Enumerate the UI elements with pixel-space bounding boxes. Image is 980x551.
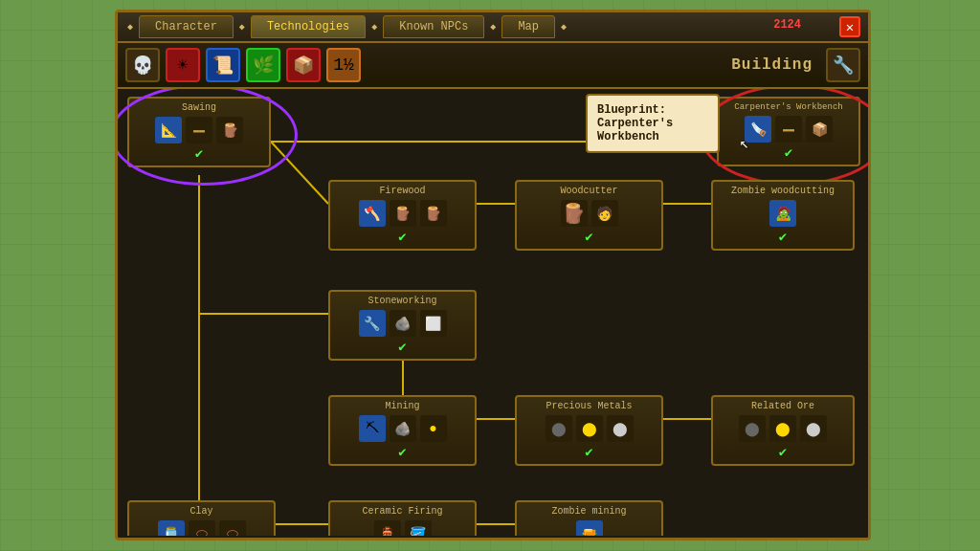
sawing-blueprint-icon: 📐 (155, 117, 182, 143)
zombie-woodcutting-title: Zombie woodcutting (719, 186, 847, 196)
tech-node-mining[interactable]: Mining ⛏ 🪨 ● ✔ (328, 395, 477, 466)
cursor-icon: ↖ (740, 134, 749, 153)
precious-metals-title: Precious Metals (523, 401, 656, 411)
ceramic-firing-cauldron-icon: 🪣 (405, 520, 432, 536)
precious-metals-dark-icon: ⬤ (546, 415, 572, 442)
scroll-icon-btn[interactable]: 📜 (206, 48, 240, 82)
tab-map[interactable]: Map (501, 15, 555, 38)
mining-title: Mining (336, 401, 469, 411)
num-badge: 2124 (773, 18, 801, 32)
tech-node-precious-metals[interactable]: Precious Metals ⬤ ⬤ ⬤ ✔ (515, 395, 663, 466)
firewood-log2-icon: 🪵 (420, 200, 447, 227)
tech-node-related-ore[interactable]: Related Ore ⬤ ⬤ ⬤ ✔ (711, 395, 855, 466)
leaf-icon-btn[interactable]: 🌿 (246, 48, 280, 82)
mining-icons: ⛏ 🪨 ● (336, 415, 469, 442)
main-window: ◆ Character ◆ Technologies ◆ Known NPCs … (115, 10, 871, 540)
clay-bowl2-icon: ⬭ (219, 520, 246, 536)
mining-pick-icon: ⛏ (359, 415, 386, 442)
stoneworking-title: Stoneworking (336, 296, 469, 306)
woodcutter-icons: 🪵 🧑 (523, 200, 656, 227)
box-icon-btn[interactable]: 📦 (286, 48, 321, 82)
zombie-mining-icons: 🔫 (523, 520, 656, 536)
related-ore-check: ✔ (719, 444, 847, 460)
sawing-plank-icon: ▬▬ (186, 117, 212, 143)
tech-node-zombie-woodcutting[interactable]: Zombie woodcutting 🧟 ✔ (711, 180, 855, 251)
firewood-icons: 🪓 🪵 🪵 (336, 200, 469, 227)
zombie-mining-title: Zombie mining (523, 506, 656, 517)
stoneworking-check: ✔ (336, 339, 469, 355)
sawing-icons: 📐 ▬▬ 🪵 (135, 117, 263, 143)
tab-known-npcs[interactable]: Known NPCs (383, 15, 484, 38)
skull-icon-btn[interactable]: 💀 (125, 48, 160, 82)
firewood-title: Firewood (336, 186, 469, 196)
nav-diamond-2: ◆ (239, 21, 245, 33)
sawing-log-icon: 🪵 (216, 117, 243, 143)
zombie-mining-gun-icon: 🔫 (576, 520, 603, 536)
icon-bar: 💀 ☀️ 📜 🌿 📦 1½ 2124 Building 🔧 (118, 43, 868, 89)
clay-title: Clay (135, 506, 268, 517)
nav-diamond-4: ◆ (490, 21, 496, 33)
sun-icon-btn[interactable]: ☀️ (166, 48, 200, 82)
firewood-log1-icon: 🪵 (390, 200, 416, 227)
hammer-icon-btn[interactable]: 🔧 (826, 48, 860, 82)
woodcutter-log-icon: 🪵 (561, 200, 588, 227)
tech-node-firewood[interactable]: Firewood 🪓 🪵 🪵 ✔ (328, 180, 477, 251)
ceramic-firing-title: Ceramic Firing (336, 506, 469, 517)
building-label: Building (731, 56, 813, 74)
mining-gold-icon: ● (420, 415, 447, 442)
tech-area: Blueprint: Carpenter's Workbench Sawing … (118, 89, 868, 536)
tech-node-carpenter[interactable]: Carpenter's Workbench 🪚 ▬▬ 📦 ✔ ↖ (717, 97, 860, 166)
stoneworking-tool-icon: 🔧 (359, 310, 386, 337)
tech-node-stoneworking[interactable]: Stoneworking 🔧 🪨 ⬜ ✔ (328, 290, 477, 361)
mining-check: ✔ (336, 444, 469, 460)
ceramic-firing-icons: 🏺 🪣 (336, 520, 469, 536)
related-ore-gold-icon: ⬤ (769, 415, 796, 442)
precious-metals-icons: ⬤ ⬤ ⬤ (523, 415, 656, 442)
precious-metals-check: ✔ (523, 444, 656, 460)
nav-diamond-3: ◆ (371, 21, 377, 33)
tech-node-ceramic-firing[interactable]: Ceramic Firing 🏺 🪣 ✔ (328, 500, 477, 536)
carpenter-workbench-icon: 📦 (806, 116, 833, 143)
clay-bowl1-icon: ⬭ (189, 520, 215, 536)
clay-icons: 🫙 ⬭ ⬭ (135, 520, 268, 536)
zombie-woodcutting-zombie-icon: 🧟 (769, 200, 796, 227)
woodcutter-person-icon: 🧑 (591, 200, 618, 227)
stoneworking-icons: 🔧 🪨 ⬜ (336, 310, 469, 337)
sawing-title: Sawing (135, 102, 263, 113)
clay-pot-icon: 🫙 (158, 520, 185, 536)
woodcutter-check: ✔ (523, 229, 656, 245)
carpenter-title: Carpenter's Workbench (724, 102, 853, 112)
precious-metals-silver-icon: ⬤ (607, 415, 634, 442)
firewood-axe-icon: 🪓 (359, 200, 386, 227)
carpenter-plank-icon: ▬▬ (775, 116, 802, 143)
stoneworking-block-icon: ⬜ (420, 310, 447, 337)
related-ore-icons: ⬤ ⬤ ⬤ (719, 415, 847, 442)
related-ore-dark-icon: ⬤ (739, 415, 766, 442)
svg-line-0 (271, 142, 328, 204)
tab-character[interactable]: Character (139, 15, 234, 38)
stoneworking-stone-icon: 🪨 (390, 310, 416, 337)
close-button[interactable]: ✕ (839, 16, 860, 37)
tab-technologies[interactable]: Technologies (251, 15, 366, 38)
sawing-check: ✔ (135, 145, 263, 162)
precious-metals-gold-icon: ⬤ (576, 415, 603, 442)
nav-diamond-5: ◆ (561, 21, 567, 33)
related-ore-title: Related Ore (719, 401, 847, 411)
ceramic-firing-pot-icon: 🏺 (374, 520, 401, 536)
tech-node-zombie-mining[interactable]: Zombie mining 🔫 ✔ (515, 500, 663, 536)
nav-diamond-1: ◆ (127, 21, 133, 33)
nav-bar: ◆ Character ◆ Technologies ◆ Known NPCs … (118, 12, 868, 43)
tech-node-sawing[interactable]: Sawing 📐 ▬▬ 🪵 ✔ (127, 97, 271, 167)
firewood-check: ✔ (336, 229, 469, 245)
tooltip: Blueprint: Carpenter's Workbench (586, 94, 720, 153)
number-icon-btn[interactable]: 1½ (326, 48, 361, 82)
tech-node-woodcutter[interactable]: Woodcutter 🪵 🧑 ✔ (515, 180, 663, 251)
related-ore-white-icon: ⬤ (800, 415, 827, 442)
zombie-woodcutting-check: ✔ (719, 229, 847, 245)
tech-node-clay[interactable]: Clay 🫙 ⬭ ⬭ ✔ (127, 500, 276, 536)
mining-ore-icon: 🪨 (390, 415, 416, 442)
woodcutter-title: Woodcutter (523, 186, 656, 196)
zombie-woodcutting-icons: 🧟 (719, 200, 847, 227)
